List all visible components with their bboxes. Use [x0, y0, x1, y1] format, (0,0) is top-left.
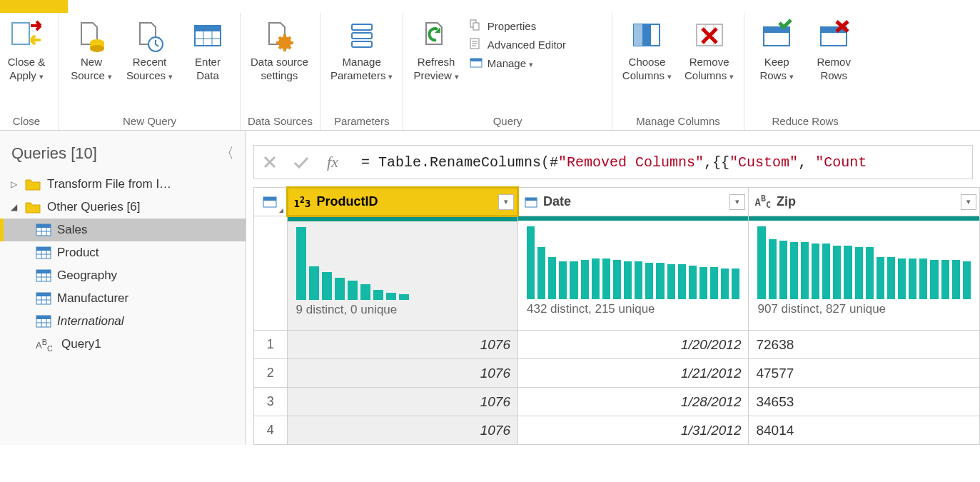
formula-confirm-button[interactable] [286, 146, 317, 179]
advanced-editor-button[interactable]: Advanced Editor [469, 37, 605, 51]
column-filter-dropdown[interactable]: ▾ [729, 194, 745, 210]
table-icon [36, 315, 51, 328]
ribbon-group-reduce-rows: Keep Rows Remov Rows Reduce Rows [744, 13, 866, 130]
svg-rect-20 [473, 23, 479, 30]
svg-rect-0 [12, 23, 29, 44]
type-number-icon: 123 [294, 195, 311, 209]
column-profile: 9 distinct, 0 unique [287, 216, 517, 331]
svg-rect-18 [352, 41, 372, 47]
row-number: 2 [254, 359, 288, 388]
column-header-date[interactable]: Date ▾ [517, 188, 748, 216]
remove-columns-button[interactable]: Remove Columns [682, 17, 737, 84]
tree-folder[interactable]: ▷Transform File from I… [0, 173, 246, 196]
folder-icon [24, 177, 41, 191]
tree-query[interactable]: Product [0, 241, 246, 264]
manage-query-label: Manage [488, 57, 533, 69]
refresh-preview-button[interactable]: Refresh Preview [410, 17, 461, 84]
cell-date[interactable]: 1/21/2012 [517, 359, 748, 388]
svg-rect-65 [525, 198, 537, 201]
distribution-sparkline [518, 221, 748, 299]
row-number: 3 [254, 388, 288, 416]
manage-parameters-button[interactable]: Manage Parameters [328, 17, 396, 84]
profile-text: 9 distinct, 0 unique [288, 300, 517, 321]
table-row[interactable]: 410761/31/201284014 [254, 416, 980, 445]
properties-button[interactable]: Properties [469, 19, 605, 33]
tree-item-label: Manufacturer [57, 291, 128, 306]
collapse-queries-icon[interactable]: 〈 [220, 144, 234, 163]
tree-query[interactable]: Sales [0, 219, 246, 241]
svg-rect-17 [352, 33, 372, 39]
svg-rect-6 [195, 26, 221, 31]
keep-rows-label: Keep Rows [759, 56, 794, 83]
expand-icon: ▷ [9, 179, 19, 189]
cell-productid[interactable]: 1076 [287, 331, 517, 359]
ribbon-group-params-label: Parameters [328, 111, 396, 130]
cell-zip[interactable]: 72638 [749, 331, 980, 359]
recent-sources-label: Recent Sources [126, 56, 173, 83]
properties-label: Properties [488, 20, 536, 32]
svg-rect-43 [36, 247, 51, 251]
table-row[interactable]: 110761/20/201272638 [254, 331, 980, 359]
queries-pane: Queries [10] 〈 ▷Transform File from I…◢O… [0, 131, 246, 445]
manage-query-button[interactable]: Manage [469, 56, 605, 70]
x-icon [263, 155, 277, 169]
cell-zip[interactable]: 34653 [749, 388, 980, 416]
tree-item-label: Query1 [61, 337, 101, 351]
cell-date[interactable]: 1/31/2012 [517, 416, 748, 445]
table-row[interactable]: 310761/28/201234653 [254, 388, 980, 416]
ribbon-group-query-label: Query [410, 111, 604, 130]
tree-query[interactable]: International [0, 310, 246, 333]
titlebar-tabs [0, 0, 980, 13]
tree-query[interactable]: Geography [0, 264, 246, 287]
tree-query[interactable]: ABCQuery1 [0, 333, 246, 356]
tree-folder[interactable]: ◢Other Queries [6] [0, 196, 246, 219]
tree-query[interactable]: Manufacturer [0, 287, 246, 310]
cell-productid[interactable]: 1076 [287, 416, 517, 445]
data-source-settings-button[interactable]: Data source settings [248, 17, 311, 84]
new-source-button[interactable]: New Source [66, 17, 116, 84]
type-date-icon [525, 196, 537, 208]
advanced-editor-label: Advanced Editor [488, 39, 566, 51]
cell-productid[interactable]: 1076 [287, 388, 517, 416]
close-apply-icon [9, 19, 44, 53]
advanced-editor-icon [469, 37, 483, 51]
table-row[interactable]: 210761/21/201247577 [254, 359, 980, 388]
close-apply-button[interactable]: Close & Apply [1, 17, 51, 84]
cell-productid[interactable]: 1076 [287, 359, 517, 388]
content-area: fx = Table.RenameColumns(#"Removed Colum… [246, 131, 980, 445]
column-filter-dropdown[interactable]: ▾ [961, 194, 976, 210]
cell-date[interactable]: 1/20/2012 [517, 331, 748, 359]
svg-rect-48 [36, 270, 51, 273]
column-header-zip[interactable]: ABC Zip ▾ [749, 188, 980, 216]
column-filter-dropdown[interactable]: ▾ [498, 194, 514, 210]
cell-zip[interactable]: 47577 [749, 359, 980, 388]
formula-cancel-button[interactable] [254, 146, 286, 179]
ribbon-group-rrows-label: Reduce Rows [752, 111, 859, 130]
recent-sources-button[interactable]: Recent Sources [123, 17, 176, 84]
ribbon-group-data-sources: Data source settings Data Sources [241, 13, 320, 130]
ribbon-tab-home[interactable] [0, 0, 68, 13]
expand-icon: ◢ [9, 202, 19, 212]
column-header-productid[interactable]: 123 ProductID ▾ [287, 188, 517, 216]
remove-rows-button[interactable]: Remov Rows [809, 17, 859, 84]
ribbon-group-newq-label: New Query [66, 111, 233, 130]
formula-fx-button[interactable]: fx [317, 146, 348, 179]
row-number-header[interactable] [254, 188, 288, 216]
ribbon-group-close: Close & Apply Close [0, 13, 59, 130]
column-header-label: Zip [777, 194, 796, 209]
table-icon [36, 292, 51, 305]
distribution-sparkline [749, 221, 979, 299]
data-source-settings-icon [262, 19, 296, 53]
enter-data-button[interactable]: Enter Data [183, 17, 233, 84]
formula-text[interactable]: = Table.RenameColumns(#"Removed Columns"… [348, 154, 972, 171]
new-source-label: New Source [71, 56, 112, 83]
tree-item-label: Other Queries [6] [47, 200, 140, 214]
keep-rows-button[interactable]: Keep Rows [752, 17, 802, 84]
cell-zip[interactable]: 84014 [749, 416, 980, 445]
check-icon [293, 155, 310, 169]
tree-item-label: Sales [57, 223, 88, 237]
tree-item-label: Product [57, 246, 99, 260]
cell-date[interactable]: 1/28/2012 [517, 388, 748, 416]
type-text-icon: ABC [754, 194, 771, 210]
choose-columns-button[interactable]: Choose Columns [620, 17, 675, 84]
